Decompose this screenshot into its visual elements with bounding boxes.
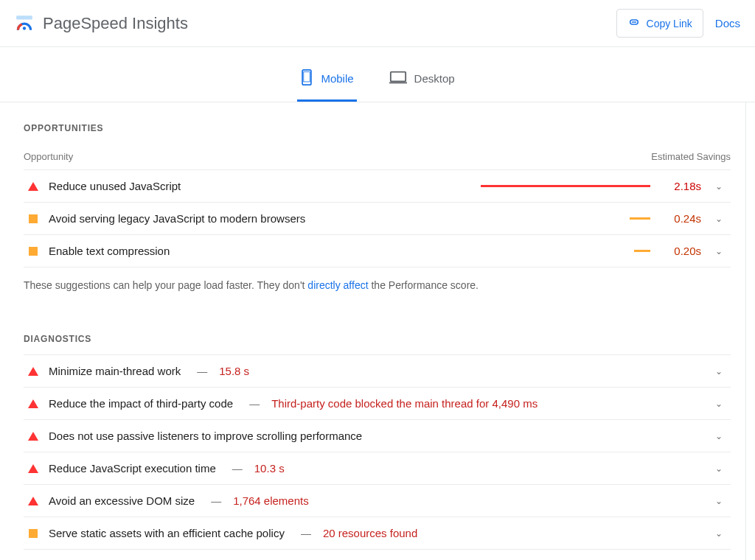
header-right: Copy Link Docs: [616, 9, 740, 38]
diagnostics-list: Minimize main-thread work—15.8 s⌄Reduce …: [24, 354, 731, 560]
triangle-fail-icon: [28, 432, 38, 441]
square-warn-icon: [28, 529, 38, 538]
diagnostic-title: Reduce the impact of third-party code: [49, 397, 233, 410]
chevron-down-icon[interactable]: ⌄: [711, 431, 726, 441]
opportunity-row[interactable]: Reduce unused JavaScript2.18s⌄: [24, 170, 731, 203]
svg-point-1: [23, 27, 26, 29]
app-title: PageSpeed Insights: [43, 14, 188, 33]
diagnostic-detail: Third-party code blocked the main thread…: [271, 397, 537, 410]
diagnostic-title: Does not use passive listeners to improv…: [49, 430, 362, 442]
savings-bar: [481, 250, 650, 252]
square-warn-icon: [28, 247, 38, 256]
header-left: PageSpeed Insights: [15, 14, 188, 33]
opportunity-title: Reduce unused JavaScript: [49, 180, 181, 192]
diagnostic-detail: 15.8 s: [219, 365, 249, 377]
chevron-down-icon[interactable]: ⌄: [711, 214, 726, 224]
opportunity-row[interactable]: Avoid serving legacy JavaScript to moder…: [24, 203, 731, 235]
link-icon: [627, 15, 641, 31]
chevron-down-icon[interactable]: ⌄: [711, 366, 726, 377]
opportunities-columns: Opportunity Estimated Savings: [24, 144, 731, 170]
svg-rect-3: [304, 71, 310, 82]
opportunity-title: Avoid serving legacy JavaScript to moder…: [49, 212, 305, 225]
tab-desktop[interactable]: Desktop: [386, 63, 458, 100]
tab-mobile-label: Mobile: [321, 72, 353, 85]
svg-rect-4: [390, 72, 405, 82]
savings-value: 0.24s: [661, 212, 701, 225]
triangle-fail-icon: [28, 399, 38, 408]
savings-value: 2.18s: [661, 180, 701, 192]
col-savings: Estimated Savings: [651, 151, 731, 162]
savings-value: 0.20s: [661, 245, 701, 257]
note-link[interactable]: directly affect: [307, 279, 368, 291]
copy-link-label: Copy Link: [647, 18, 692, 29]
opportunity-title: Enable text compression: [49, 245, 170, 257]
desktop-icon: [389, 71, 407, 86]
triangle-fail-icon: [28, 182, 38, 191]
tab-desktop-label: Desktop: [414, 72, 455, 85]
square-warn-icon: [28, 214, 38, 223]
col-opportunity: Opportunity: [24, 151, 73, 162]
chevron-down-icon[interactable]: ⌄: [711, 399, 726, 409]
opportunity-row[interactable]: Enable text compression0.20s⌄: [24, 235, 731, 267]
chevron-down-icon[interactable]: ⌄: [711, 181, 726, 192]
triangle-fail-icon: [28, 367, 38, 376]
diagnostic-row[interactable]: Avoid chaining critical requests—4 chain…: [24, 550, 731, 560]
diagnostic-title: Serve static assets with an efficient ca…: [49, 527, 285, 539]
savings-bar: [481, 185, 650, 187]
opportunities-heading: OPPORTUNITIES: [24, 102, 731, 144]
chevron-down-icon[interactable]: ⌄: [711, 496, 726, 506]
triangle-fail-icon: [28, 464, 38, 473]
mobile-icon: [300, 69, 313, 88]
note-suffix: the Performance score.: [369, 279, 479, 291]
app-header: PageSpeed Insights Copy Link Docs: [0, 0, 755, 47]
tab-mobile[interactable]: Mobile: [297, 62, 356, 102]
opportunities-list: Reduce unused JavaScript2.18s⌄Avoid serv…: [24, 170, 731, 267]
diagnostic-row[interactable]: Does not use passive listeners to improv…: [24, 420, 731, 452]
diagnostic-title: Avoid an excessive DOM size: [49, 494, 195, 507]
chevron-down-icon[interactable]: ⌄: [711, 528, 726, 539]
chevron-down-icon[interactable]: ⌄: [711, 246, 726, 256]
diagnostic-row[interactable]: Avoid an excessive DOM size—1,764 elemen…: [24, 485, 731, 517]
report-content: OPPORTUNITIES Opportunity Estimated Savi…: [9, 102, 746, 560]
copy-link-button[interactable]: Copy Link: [616, 9, 703, 38]
diagnostic-detail: 20 resources found: [323, 527, 417, 539]
diagnostics-heading: DIAGNOSTICS: [24, 298, 731, 354]
chevron-down-icon[interactable]: ⌄: [711, 463, 726, 474]
svg-rect-0: [16, 15, 32, 19]
triangle-fail-icon: [28, 497, 38, 505]
device-tabs: Mobile Desktop: [0, 47, 755, 102]
diagnostic-detail: 10.3 s: [254, 462, 285, 475]
diagnostic-row[interactable]: Minimize main-thread work—15.8 s⌄: [24, 355, 731, 388]
pagespeed-logo-icon: [15, 14, 34, 33]
docs-link[interactable]: Docs: [715, 17, 740, 29]
diagnostic-row[interactable]: Serve static assets with an efficient ca…: [24, 517, 731, 550]
diagnostic-row[interactable]: Reduce the impact of third-party code—Th…: [24, 388, 731, 420]
note-prefix: These suggestions can help your page loa…: [24, 279, 307, 291]
diagnostic-row[interactable]: Reduce JavaScript execution time—10.3 s⌄: [24, 452, 731, 485]
diagnostic-title: Minimize main-thread work: [49, 365, 181, 377]
savings-bar: [481, 217, 650, 220]
opportunities-note: These suggestions can help your page loa…: [24, 267, 731, 298]
diagnostic-detail: 1,764 elements: [233, 494, 309, 507]
diagnostic-title: Reduce JavaScript execution time: [49, 462, 216, 475]
